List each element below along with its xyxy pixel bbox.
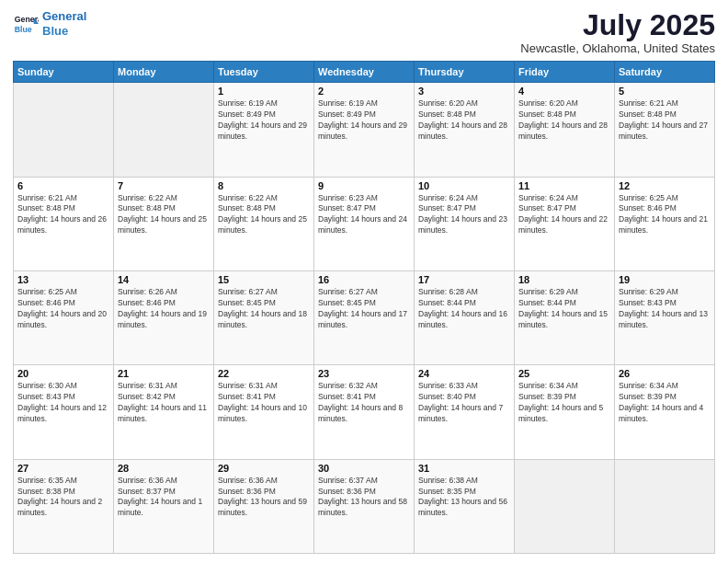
day-cell: 19Sunrise: 6:29 AM Sunset: 8:43 PM Dayli… [615,270,715,364]
day-info: Sunrise: 6:25 AM Sunset: 8:46 PM Dayligh… [17,287,109,331]
day-cell: 25Sunrise: 6:34 AM Sunset: 8:39 PM Dayli… [515,365,615,459]
day-cell: 29Sunrise: 6:36 AM Sunset: 8:36 PM Dayli… [214,459,314,553]
day-info: Sunrise: 6:19 AM Sunset: 8:49 PM Dayligh… [318,98,410,143]
day-number: 7 [118,180,210,191]
day-info: Sunrise: 6:31 AM Sunset: 8:42 PM Dayligh… [118,381,210,425]
day-info: Sunrise: 6:27 AM Sunset: 8:45 PM Dayligh… [318,287,410,331]
day-number: 30 [318,463,410,474]
day-cell: 31Sunrise: 6:38 AM Sunset: 8:35 PM Dayli… [415,459,515,553]
day-cell [515,459,615,553]
day-info: Sunrise: 6:33 AM Sunset: 8:40 PM Dayligh… [418,381,510,425]
day-info: Sunrise: 6:26 AM Sunset: 8:46 PM Dayligh… [118,287,210,331]
day-number: 1 [218,86,310,97]
day-cell: 20Sunrise: 6:30 AM Sunset: 8:43 PM Dayli… [14,365,114,459]
day-cell: 30Sunrise: 6:37 AM Sunset: 8:36 PM Dayli… [314,459,415,553]
day-number: 5 [619,86,711,97]
day-cell: 12Sunrise: 6:25 AM Sunset: 8:46 PM Dayli… [615,177,715,270]
day-number: 16 [318,274,410,285]
day-number: 25 [518,368,610,379]
day-info: Sunrise: 6:32 AM Sunset: 8:41 PM Dayligh… [318,381,410,425]
day-number: 27 [17,463,109,474]
week-row-3: 13Sunrise: 6:25 AM Sunset: 8:46 PM Dayli… [14,270,715,364]
day-cell: 4Sunrise: 6:20 AM Sunset: 8:48 PM Daylig… [515,83,615,177]
day-info: Sunrise: 6:23 AM Sunset: 8:47 PM Dayligh… [318,193,410,237]
week-row-2: 6Sunrise: 6:21 AM Sunset: 8:48 PM Daylig… [14,177,715,270]
day-cell: 16Sunrise: 6:27 AM Sunset: 8:45 PM Dayli… [314,270,415,364]
day-cell: 28Sunrise: 6:36 AM Sunset: 8:37 PM Dayli… [114,459,214,553]
day-number: 8 [218,180,310,191]
day-info: Sunrise: 6:34 AM Sunset: 8:39 PM Dayligh… [518,381,610,425]
day-cell: 17Sunrise: 6:28 AM Sunset: 8:44 PM Dayli… [415,270,515,364]
day-number: 24 [418,368,510,379]
day-cell: 11Sunrise: 6:24 AM Sunset: 8:47 PM Dayli… [515,177,615,270]
location: Newcastle, Oklahoma, United States [520,41,715,55]
day-cell [615,459,715,553]
day-info: Sunrise: 6:22 AM Sunset: 8:48 PM Dayligh… [218,193,310,237]
day-info: Sunrise: 6:19 AM Sunset: 8:49 PM Dayligh… [218,98,310,143]
day-number: 6 [17,180,109,191]
day-number: 2 [318,86,410,97]
month-title: July 2025 [520,9,715,41]
weekday-header-sunday: Sunday [14,62,114,83]
day-number: 15 [218,274,310,285]
day-number: 18 [518,274,610,285]
day-info: Sunrise: 6:20 AM Sunset: 8:48 PM Dayligh… [418,98,510,143]
header: General Blue GeneralBlue July 2025 Newca… [13,9,715,55]
day-info: Sunrise: 6:37 AM Sunset: 8:36 PM Dayligh… [318,476,410,520]
day-info: Sunrise: 6:20 AM Sunset: 8:48 PM Dayligh… [518,98,610,143]
day-cell: 7Sunrise: 6:22 AM Sunset: 8:48 PM Daylig… [114,177,214,270]
day-cell: 22Sunrise: 6:31 AM Sunset: 8:41 PM Dayli… [214,365,314,459]
day-number: 26 [619,368,711,379]
page: General Blue GeneralBlue July 2025 Newca… [0,0,728,563]
day-info: Sunrise: 6:36 AM Sunset: 8:37 PM Dayligh… [118,476,210,520]
day-number: 9 [318,180,410,191]
day-cell: 14Sunrise: 6:26 AM Sunset: 8:46 PM Dayli… [114,270,214,364]
day-cell: 8Sunrise: 6:22 AM Sunset: 8:48 PM Daylig… [214,177,314,270]
day-cell: 5Sunrise: 6:21 AM Sunset: 8:48 PM Daylig… [615,83,715,177]
week-row-1: 1Sunrise: 6:19 AM Sunset: 8:49 PM Daylig… [14,83,715,177]
day-cell: 18Sunrise: 6:29 AM Sunset: 8:44 PM Dayli… [515,270,615,364]
day-info: Sunrise: 6:21 AM Sunset: 8:48 PM Dayligh… [619,98,711,143]
day-number: 11 [518,180,610,191]
day-number: 29 [218,463,310,474]
day-number: 19 [619,274,711,285]
weekday-header-wednesday: Wednesday [314,62,415,83]
calendar: SundayMondayTuesdayWednesdayThursdayFrid… [13,61,715,554]
day-info: Sunrise: 6:34 AM Sunset: 8:39 PM Dayligh… [619,381,711,425]
day-info: Sunrise: 6:35 AM Sunset: 8:38 PM Dayligh… [17,476,109,520]
day-number: 10 [418,180,510,191]
day-info: Sunrise: 6:31 AM Sunset: 8:41 PM Dayligh… [218,381,310,425]
day-cell: 23Sunrise: 6:32 AM Sunset: 8:41 PM Dayli… [314,365,415,459]
weekday-header-monday: Monday [114,62,214,83]
day-cell: 3Sunrise: 6:20 AM Sunset: 8:48 PM Daylig… [415,83,515,177]
day-number: 23 [318,368,410,379]
day-info: Sunrise: 6:21 AM Sunset: 8:48 PM Dayligh… [17,193,109,237]
week-row-5: 27Sunrise: 6:35 AM Sunset: 8:38 PM Dayli… [14,459,715,553]
day-cell: 27Sunrise: 6:35 AM Sunset: 8:38 PM Dayli… [14,459,114,553]
svg-text:Blue: Blue [15,24,32,33]
day-number: 17 [418,274,510,285]
day-info: Sunrise: 6:24 AM Sunset: 8:47 PM Dayligh… [418,193,510,237]
day-number: 3 [418,86,510,97]
day-info: Sunrise: 6:30 AM Sunset: 8:43 PM Dayligh… [17,381,109,425]
day-cell: 9Sunrise: 6:23 AM Sunset: 8:47 PM Daylig… [314,177,415,270]
day-info: Sunrise: 6:28 AM Sunset: 8:44 PM Dayligh… [418,287,510,331]
day-number: 20 [17,368,109,379]
weekday-header-thursday: Thursday [415,62,515,83]
day-info: Sunrise: 6:38 AM Sunset: 8:35 PM Dayligh… [418,476,510,520]
day-number: 21 [118,368,210,379]
day-info: Sunrise: 6:25 AM Sunset: 8:46 PM Dayligh… [619,193,711,237]
day-info: Sunrise: 6:29 AM Sunset: 8:43 PM Dayligh… [619,287,711,331]
day-cell: 1Sunrise: 6:19 AM Sunset: 8:49 PM Daylig… [214,83,314,177]
day-number: 31 [418,463,510,474]
day-info: Sunrise: 6:36 AM Sunset: 8:36 PM Dayligh… [218,476,310,520]
weekday-header-saturday: Saturday [615,62,715,83]
day-cell: 21Sunrise: 6:31 AM Sunset: 8:42 PM Dayli… [114,365,214,459]
day-info: Sunrise: 6:27 AM Sunset: 8:45 PM Dayligh… [218,287,310,331]
title-block: July 2025 Newcastle, Oklahoma, United St… [520,9,715,55]
logo-icon: General Blue [13,11,39,37]
day-cell: 13Sunrise: 6:25 AM Sunset: 8:46 PM Dayli… [14,270,114,364]
day-cell [14,83,114,177]
logo-text: GeneralBlue [42,9,86,38]
day-number: 22 [218,368,310,379]
